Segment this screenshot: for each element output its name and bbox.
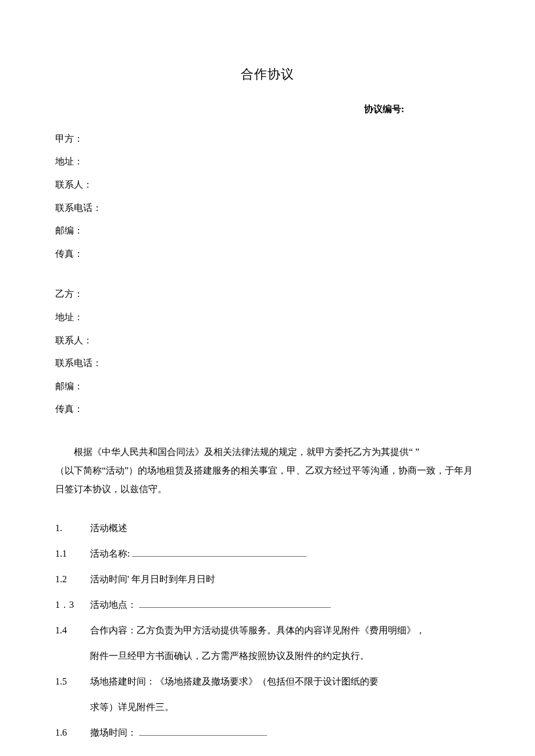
blank-line — [139, 599, 331, 608]
section-1-6-text: 撤场时间： — [90, 728, 137, 737]
party-b-name: 乙方： — [55, 286, 480, 302]
section-1-4-num: 1.4 — [55, 621, 90, 640]
section-1-6-num: 1.6 — [55, 723, 90, 742]
section-1-5-text: 场地搭建时间：《场地搭建及撤场要求》（包括但不限于设计图纸的要 — [90, 672, 480, 691]
blank-line — [132, 548, 306, 557]
section-1-3: 1．3 活动地点： — [55, 596, 480, 614]
section-list: 1. 活动概述 1.1 活动名称: 1.2 活动时间' 年月日时到年月日时 1．… — [55, 519, 480, 742]
party-b-phone: 联系电话： — [55, 356, 480, 371]
section-1-6: 1.6 撤场时间： — [55, 723, 480, 742]
party-a-name: 甲方： — [55, 131, 480, 146]
section-1-1-body: 活动名称: — [90, 544, 480, 563]
section-1-6-body: 撤场时间： — [90, 723, 480, 742]
party-a-contact: 联系人： — [55, 177, 480, 192]
party-a-zip: 邮编： — [55, 223, 480, 238]
party-b-fax: 传真： — [55, 402, 480, 417]
section-1-1: 1.1 活动名称: — [55, 544, 480, 563]
party-a-phone: 联系电话： — [55, 200, 480, 216]
section-1-2-text: 活动时间' 年月日时到年月日时 — [90, 570, 480, 589]
section-1-5-num: 1.5 — [55, 672, 90, 691]
section-1-3-body: 活动地点： — [90, 596, 480, 614]
section-1-3-text: 活动地点： — [90, 600, 137, 610]
section-1-text: 活动概述 — [90, 519, 480, 538]
section-1-4: 1.4 合作内容：乙方负责为甲方活动提供等服务。具体的内容详见附件《费用明细》， — [55, 621, 480, 640]
section-1-1-num: 1.1 — [55, 544, 90, 563]
section-1-4-text: 合作内容：乙方负责为甲方活动提供等服务。具体的内容详见附件《费用明细》， — [90, 621, 480, 640]
section-1-1-text: 活动名称: — [90, 549, 130, 558]
party-b-zip: 邮编： — [55, 379, 480, 394]
section-1-3-num: 1．3 — [55, 596, 90, 614]
section-1-4-cont: 附件一旦经甲方书面确认，乙方需严格按照协议及附件的约定执行。 — [90, 647, 480, 665]
intro-paragraph-line1: 根据《中华人民共和国合同法》及相关法律法规的规定，就甲方委托乙方为其提供“ ” — [55, 443, 480, 461]
party-b-contact: 联系人： — [55, 333, 480, 348]
contract-number-label: 协议编号: — [55, 102, 480, 117]
section-1-5-cont: 求等）详见附件三。 — [90, 698, 480, 716]
section-1-5: 1.5 场地搭建时间：《场地搭建及撤场要求》（包括但不限于设计图纸的要 — [55, 672, 480, 691]
section-1: 1. 活动概述 — [55, 519, 480, 538]
party-b-address: 地址： — [55, 310, 480, 325]
party-a-fax: 传真： — [55, 246, 480, 261]
section-1-2: 1.2 活动时间' 年月日时到年月日时 — [55, 570, 480, 589]
document-title: 合作协议 — [55, 64, 480, 84]
blank-line — [139, 727, 267, 736]
party-a-address: 地址： — [55, 154, 480, 169]
section-1-2-num: 1.2 — [55, 570, 90, 589]
intro-paragraph-line2: （以下简称“活动”）的场地租赁及搭建服务的相关事宜，甲、乙双方经过平等沟通，协商… — [55, 461, 480, 499]
section-1-num: 1. — [55, 519, 90, 538]
